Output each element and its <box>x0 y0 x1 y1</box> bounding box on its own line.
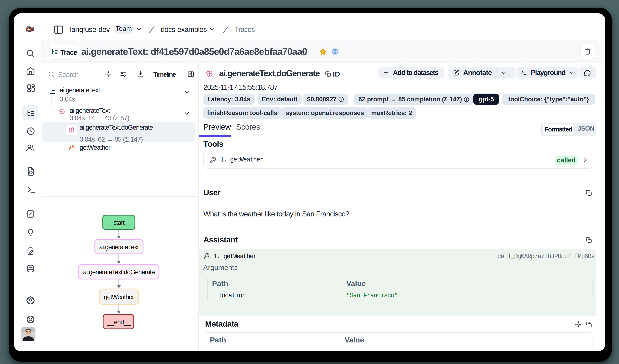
svg-text:__start__: __start__ <box>107 219 131 226</box>
svg-text:ai.generateText.doGenerate: ai.generateText.doGenerate <box>83 269 155 276</box>
svg-text:ai.generateText: ai.generateText <box>99 243 139 251</box>
svg-text:__end__: __end__ <box>107 318 131 325</box>
svg-text:getWeather: getWeather <box>104 293 134 300</box>
